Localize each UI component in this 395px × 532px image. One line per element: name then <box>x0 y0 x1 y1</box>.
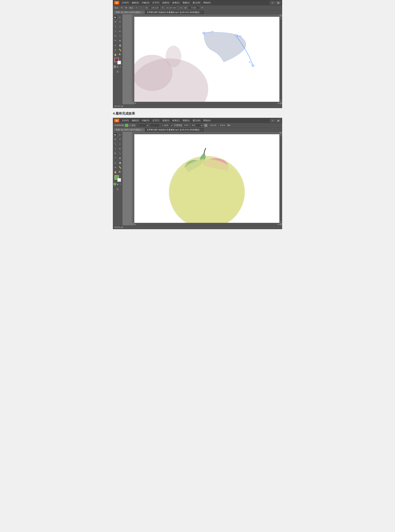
direct-select-tool-2[interactable]: ▷ <box>118 133 122 137</box>
brush-tool[interactable]: ⌇ <box>113 29 118 33</box>
screen-mode-btn[interactable]: ⊡ <box>115 69 120 74</box>
stroke-swatch[interactable] <box>117 61 121 64</box>
eyedropper-tool[interactable]: ✦ <box>113 48 118 52</box>
v-scrollbar-1[interactable]: ▲ ▼ <box>280 17 282 102</box>
shape-tool[interactable]: □ <box>118 24 122 29</box>
type-tool[interactable]: T <box>118 20 122 24</box>
menu-file-2[interactable]: 文件(F) <box>121 119 130 122</box>
type-tool-2[interactable]: T <box>118 137 122 141</box>
prefs-btn[interactable]: 首选项 <box>219 124 226 127</box>
stroke-width-input[interactable] <box>150 124 160 127</box>
menu-type-2[interactable]: 文字(T) <box>151 119 161 122</box>
menu-window-2[interactable]: 窗口(W) <box>191 119 202 122</box>
warp-tool[interactable]: 〜 <box>113 38 118 43</box>
opacity-input[interactable] <box>183 124 190 127</box>
none-btn-2[interactable]: ✕ <box>119 183 122 185</box>
menu-select-1[interactable]: 选择(S) <box>161 1 171 5</box>
link-icon[interactable]: ∞ <box>179 6 183 10</box>
pencil-tool-2[interactable]: ✏ <box>118 146 122 151</box>
handle-icon[interactable]: ⌘ <box>124 6 128 10</box>
convert-icon[interactable]: ⟲ <box>120 6 124 10</box>
puppet-tool-2[interactable]: ⊕ <box>118 156 122 160</box>
menu-effect-2[interactable]: 效果(C) <box>171 119 181 122</box>
hand-tool-2[interactable]: ✋ <box>113 170 118 174</box>
chart-tool-2[interactable]: ▦ <box>118 161 122 165</box>
doc-settings-btn[interactable]: 文档设置 <box>208 124 218 127</box>
select-tool[interactable]: ▶ <box>113 15 118 19</box>
y-input[interactable] <box>165 6 177 9</box>
add-anchor-icon[interactable]: + <box>135 6 138 10</box>
eyedropper-tool-2[interactable]: ✦ <box>113 165 118 170</box>
menu-select-2[interactable]: 选择(S) <box>161 119 171 122</box>
v-scrollbar-2[interactable]: ▲ ▼ <box>280 134 282 223</box>
workspace-btn-1[interactable]: ▦ <box>276 1 281 5</box>
workspace-btn-2[interactable]: ▦ <box>276 119 281 122</box>
brush-tool-2[interactable]: ⌇ <box>113 146 118 151</box>
delete-anchor-icon[interactable]: − <box>139 6 143 10</box>
select-tool-2[interactable]: ▶ <box>113 133 118 137</box>
hand-tool[interactable]: ✋ <box>113 52 118 57</box>
none-btn[interactable]: ✕ <box>119 65 122 68</box>
shape-tool-2[interactable]: □ <box>118 142 122 146</box>
blend-tool[interactable]: ∞ <box>113 43 118 47</box>
warp-tool-2[interactable]: 〜 <box>113 156 118 160</box>
tab-apple-1[interactable]: 苹果* @ 100% (CMYK/预览) ✕ <box>114 11 145 14</box>
x-input[interactable] <box>149 6 161 9</box>
more-options-icon[interactable]: 呢▾ <box>227 124 230 127</box>
measure-tool[interactable]: 📏 <box>118 48 122 52</box>
stroke-swatch-2[interactable] <box>117 178 121 182</box>
stroke-select[interactable]: — <box>136 124 149 127</box>
measure-tool-2[interactable]: 📏 <box>118 165 122 170</box>
pencil-tool[interactable]: ✏ <box>118 29 122 33</box>
scale-tool[interactable]: ⤡ <box>118 34 122 38</box>
rotate-tool[interactable]: ↻ <box>113 34 118 38</box>
chart-tool[interactable]: ▦ <box>118 43 122 47</box>
style-select[interactable]: 样式 <box>191 124 203 127</box>
rotate-tool-2[interactable]: ↻ <box>113 151 118 155</box>
line-tool[interactable]: ╲ <box>113 24 118 29</box>
line-tool-2[interactable]: ╲ <box>113 142 118 146</box>
menu-help-2[interactable]: 帮助(H) <box>202 119 212 122</box>
tab-apple-2[interactable]: 苹果* @ 100% (CMYK/预览) ✕ <box>114 128 145 132</box>
expand-icon[interactable]: ⊞ <box>184 6 187 10</box>
zoom-tool-2[interactable]: 🔍 <box>118 170 122 174</box>
menu-window-1[interactable]: 窗口(W) <box>191 1 202 5</box>
tab-eps-2[interactable]: 红苹果与果汁包装设计矢量素材.eps* @ 80.41% (RGB/预览) ✕ <box>145 128 204 132</box>
point-shape-select[interactable]: 5 点圆形 <box>161 124 173 127</box>
direct-select-tool[interactable]: ▷ <box>118 15 122 19</box>
arrange-btn-1[interactable]: ≡ <box>270 1 275 5</box>
pen-tool[interactable]: ✒ <box>113 20 118 24</box>
blend-tool-2[interactable]: ∞ <box>113 161 118 165</box>
w-input[interactable] <box>188 6 200 9</box>
h-scrollbar-2[interactable]: ◀ ▶ <box>134 223 280 225</box>
settings-icon[interactable]: ✦ <box>200 6 204 10</box>
tab-close-3[interactable]: ✕ <box>142 129 143 131</box>
menu-type-1[interactable]: 文字(T) <box>151 1 161 5</box>
menu-object-2[interactable]: 对象(O) <box>141 119 150 122</box>
tab-eps-1[interactable]: 红苹果与果汁包装设计矢量素材.eps* @ 80.41% (RGB/预览) ✕ <box>145 11 204 14</box>
menu-effect-1[interactable]: 效果(C) <box>171 1 181 5</box>
menu-edit-2[interactable]: 编辑(E) <box>131 119 140 122</box>
puppet-tool[interactable]: ⊕ <box>118 38 122 43</box>
h-scrollbar-1[interactable]: ◀ ▶ <box>134 102 280 104</box>
menu-view-2[interactable]: 视图(V) <box>181 119 191 122</box>
menu-view-1[interactable]: 视图(V) <box>181 1 191 5</box>
menu-file-1[interactable]: 文件(F) <box>121 1 130 5</box>
tab-close-1[interactable]: ✕ <box>142 11 143 13</box>
menu-help-1[interactable]: 帮助(H) <box>202 1 212 5</box>
tab-close-4[interactable]: ✕ <box>200 129 202 131</box>
color-btn-2[interactable] <box>114 183 116 185</box>
style-swatch[interactable] <box>204 124 207 127</box>
arrange-btn-2[interactable]: ≡ <box>270 119 275 122</box>
tab-close-2[interactable]: ✕ <box>200 11 202 13</box>
screen-mode-btn-2[interactable]: ⊡ <box>115 187 120 191</box>
menu-edit-1[interactable]: 编辑(E) <box>131 1 140 5</box>
zoom-tool[interactable]: 🔍 <box>118 52 122 57</box>
scale-tool-2[interactable]: ⤡ <box>118 151 122 155</box>
gradient-btn-2[interactable]: ▣ <box>116 183 119 185</box>
menu-object-1[interactable]: 对象(O) <box>141 1 150 5</box>
color-btn[interactable] <box>114 65 116 68</box>
fill-color-btn[interactable] <box>125 124 128 127</box>
pen-tool-2[interactable]: ✒ <box>113 137 118 141</box>
gradient-btn[interactable]: ▣ <box>116 65 119 68</box>
